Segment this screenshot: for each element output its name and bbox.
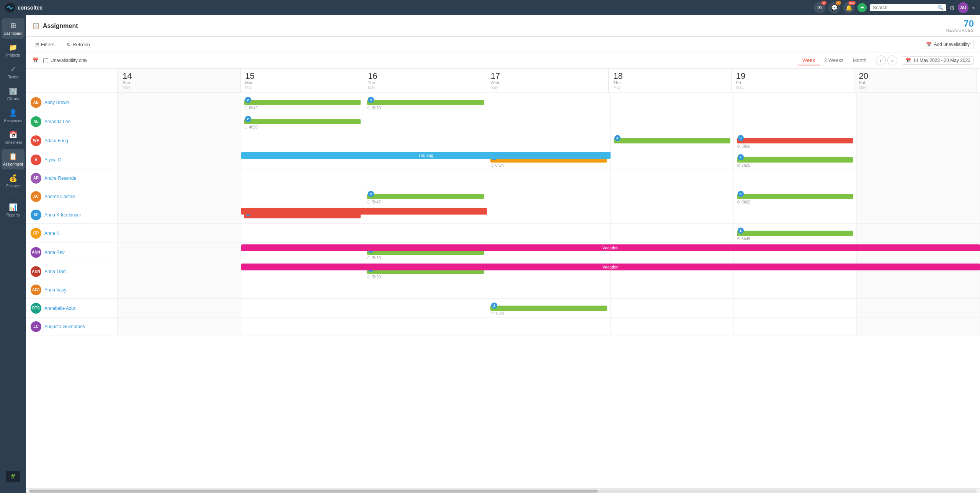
day-cell[interactable] <box>118 243 241 262</box>
resource-name[interactable]: Amanda Lee <box>44 119 70 124</box>
day-cell[interactable] <box>487 93 611 112</box>
resource-name[interactable]: Anna Vasy <box>44 287 66 293</box>
filters-button[interactable]: ⊟ Filters <box>32 40 57 49</box>
day-cell[interactable]: 3⏱ 3h56 <box>734 131 857 150</box>
day-cell[interactable] <box>241 224 364 242</box>
day-cell[interactable] <box>857 112 980 131</box>
sidebar-item-resources[interactable]: 👤 Resources <box>2 106 24 126</box>
day-cell[interactable] <box>487 206 611 223</box>
day-cell[interactable] <box>241 281 364 298</box>
resource-name[interactable]: Andre Resende <box>44 176 76 181</box>
day-cell[interactable] <box>487 131 611 150</box>
sidebar-item-projects[interactable]: 📁 Projects <box>2 40 24 60</box>
event-bar[interactable]: 2 <box>244 119 361 124</box>
day-cell[interactable] <box>364 131 487 150</box>
spanning-event[interactable]: Vacation <box>241 244 980 251</box>
event-bar[interactable]: 5 <box>367 194 484 199</box>
day-cell[interactable] <box>734 318 857 335</box>
sidebar-item-reports[interactable]: 📊 Reports <box>2 200 24 220</box>
day-cell[interactable] <box>241 318 364 335</box>
day-cell[interactable] <box>118 318 241 335</box>
resource-name[interactable]: Anna K. <box>44 231 61 236</box>
day-cell[interactable] <box>611 93 734 112</box>
day-cell[interactable] <box>857 169 980 187</box>
calendar-body[interactable]: ABAbby Brown2⏱ 6h492⏱ 6h30ALAmanda Lee2⏱… <box>26 93 980 488</box>
day-cell[interactable] <box>118 93 241 112</box>
date-range[interactable]: 📅 14 May 2023 - 20 May 2023 <box>902 56 974 65</box>
day-cell[interactable] <box>487 112 611 131</box>
day-cell[interactable] <box>118 224 241 242</box>
day-cell[interactable] <box>487 187 611 206</box>
day-cell[interactable] <box>364 112 487 131</box>
day-cell[interactable] <box>118 299 241 317</box>
day-cell[interactable] <box>364 281 487 298</box>
day-cell[interactable]: 4 <box>611 131 734 150</box>
chat-button[interactable]: 💬 7 <box>828 2 840 13</box>
resource-name[interactable]: Andrés Castillo <box>44 194 75 199</box>
day-cell[interactable] <box>611 112 734 131</box>
day-cell[interactable] <box>241 131 364 150</box>
day-cell[interactable] <box>611 318 734 335</box>
day-cell[interactable] <box>734 112 857 131</box>
search-input[interactable] <box>873 5 935 10</box>
day-cell[interactable] <box>857 206 980 223</box>
sidebar-item-timesheet[interactable]: 📅 Timesheet <box>2 127 24 148</box>
day-cell[interactable] <box>487 169 611 187</box>
day-cell[interactable] <box>364 299 487 317</box>
day-cell[interactable] <box>118 262 241 281</box>
resource-name[interactable]: Anna Trad <box>44 269 65 274</box>
day-cell[interactable] <box>611 169 734 187</box>
day-cell[interactable] <box>241 187 364 206</box>
day-cell[interactable] <box>118 169 241 187</box>
day-cell[interactable] <box>241 169 364 187</box>
day-cell[interactable] <box>611 187 734 206</box>
next-week-button[interactable]: › <box>887 55 897 65</box>
event-bar[interactable]: 2 <box>244 100 361 105</box>
finance-expand-icon[interactable]: › <box>12 191 13 195</box>
resource-name[interactable]: Augusto Guimaraes <box>44 324 85 329</box>
day-cell[interactable] <box>611 150 734 169</box>
unavailability-checkbox[interactable] <box>43 58 48 63</box>
day-cell[interactable]: 2⏱ 7h00 <box>487 299 611 317</box>
day-cell[interactable] <box>734 206 857 223</box>
sidebar-item-dashboard[interactable]: ⊞ Dashboard <box>2 18 24 39</box>
day-cell[interactable]: 2⏱ 6h49 <box>241 93 364 112</box>
day-cell[interactable] <box>857 131 980 150</box>
day-cell[interactable] <box>118 150 241 169</box>
resource-name[interactable]: Abby Brown <box>44 100 69 105</box>
day-cell[interactable]: 5⏱ 5h45 <box>364 187 487 206</box>
day-cell[interactable] <box>857 150 980 169</box>
bell-button[interactable]: 🔔 110 <box>843 2 854 13</box>
day-cell[interactable] <box>734 169 857 187</box>
day-cell[interactable]: 6⏱ 3h02 <box>734 187 857 206</box>
day-cell[interactable] <box>857 224 980 242</box>
day-cell[interactable] <box>857 187 980 206</box>
resource-name[interactable]: Adam Fong <box>44 138 68 143</box>
day-cell[interactable]: 2⏱ 6h30 <box>364 93 487 112</box>
add-unavailability-button[interactable]: 📅 Add unavailability <box>922 40 974 49</box>
day-cell[interactable] <box>487 281 611 298</box>
event-bar[interactable]: 1 <box>737 231 854 236</box>
event-bar[interactable]: 3 <box>737 138 854 143</box>
day-cell[interactable] <box>857 93 980 112</box>
day-cell[interactable]: 2⏱ 4h20 <box>241 112 364 131</box>
day-cell[interactable] <box>611 281 734 298</box>
resource-name[interactable]: Anna Rev <box>44 250 65 255</box>
resource-name[interactable]: Alycia C <box>44 157 61 163</box>
day-cell[interactable] <box>611 206 734 223</box>
event-bar[interactable]: 2 <box>490 306 607 311</box>
day-cell[interactable] <box>734 93 857 112</box>
day-cell[interactable] <box>118 187 241 206</box>
sidebar-item-assignment[interactable]: 📋 Assignment <box>2 149 24 169</box>
day-cell[interactable] <box>857 281 980 298</box>
day-cell[interactable] <box>118 206 241 223</box>
day-cell[interactable] <box>364 318 487 335</box>
day-cell[interactable] <box>734 299 857 317</box>
day-cell[interactable] <box>364 169 487 187</box>
day-cell[interactable] <box>857 299 980 317</box>
day-cell[interactable] <box>611 224 734 242</box>
tab-2weeks[interactable]: 2 Weeks <box>820 56 848 65</box>
horizontal-scrollbar[interactable] <box>26 488 980 493</box>
day-cell[interactable] <box>118 112 241 131</box>
spanning-event[interactable] <box>241 208 487 215</box>
